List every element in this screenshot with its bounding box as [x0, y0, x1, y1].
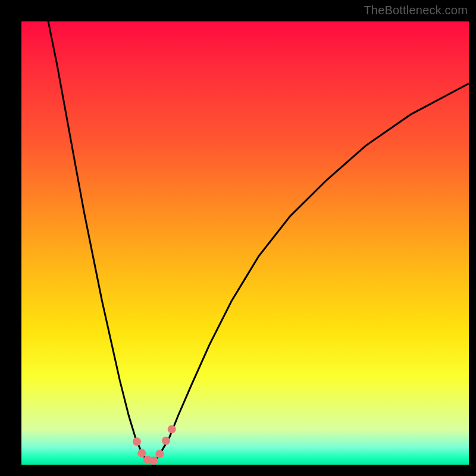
watermark-text: TheBottleneck.com: [364, 4, 468, 17]
curve-dot: [155, 450, 164, 458]
bottleneck-curve-svg: [21, 21, 469, 465]
curve-dot: [162, 437, 170, 445]
chart-frame: TheBottleneck.com: [0, 0, 476, 476]
plot-area: [21, 21, 469, 465]
bottleneck-curve-path: [48, 21, 469, 462]
curve-dot: [150, 456, 158, 465]
curve-dot: [133, 437, 141, 446]
curve-dot: [137, 449, 146, 458]
curve-dot: [168, 425, 176, 433]
curve-dots: [133, 425, 176, 465]
